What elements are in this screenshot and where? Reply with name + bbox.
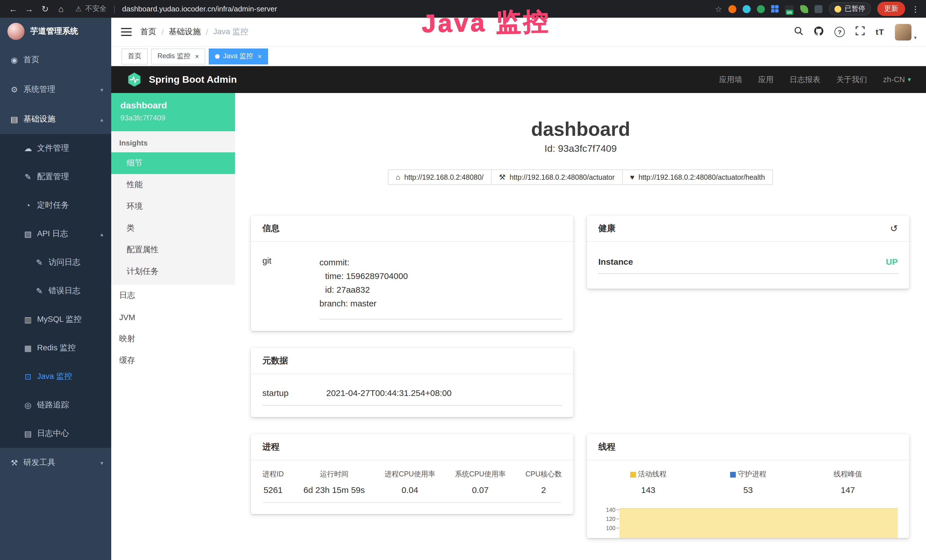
service-url-button[interactable]: ⌂ http://192.168.0.2:48080/ [388, 170, 492, 185]
tab-home[interactable]: 首页 [121, 48, 148, 64]
menu-item-config-props[interactable]: 配置属性 [111, 239, 235, 261]
menu-item-details[interactable]: 细节 [111, 152, 235, 174]
info-card: 信息 git commit: time: 1596289704000 id: 2… [251, 216, 573, 331]
breadcrumb-home[interactable]: 首页 [140, 27, 156, 37]
menu-item-scheduled-tasks[interactable]: 计划任务 [111, 261, 235, 282]
sba-nav: 应用墙 应用 日志报表 关于我们 zh-CN ▾ [719, 74, 911, 85]
app-logo[interactable]: 芋道管理系统 [0, 18, 111, 45]
sidebar-item-access-logs[interactable]: ✎ 访问日志 [0, 248, 111, 277]
tab-java-monitor[interactable]: Java 监控 × [209, 48, 268, 64]
menu-item-caches[interactable]: 缓存 [111, 350, 235, 371]
database-icon: ▦ [22, 344, 34, 353]
sidebar-item-mysql-monitor[interactable]: ▥ MySQL 监控 [0, 305, 111, 334]
close-icon[interactable]: × [257, 52, 262, 60]
browser-actions: ☆ on 已暂停 更新 ⋮ [715, 2, 920, 16]
pencil-icon: ✎ [22, 172, 34, 182]
menu-item-jvm[interactable]: JVM [111, 306, 235, 328]
font-size-icon[interactable]: tT [876, 27, 884, 36]
locale-selector[interactable]: zh-CN ▾ [883, 75, 911, 84]
avatar [895, 24, 912, 40]
extension-icon-grid[interactable] [771, 5, 779, 12]
sidebar-item-config-management[interactable]: ✎ 配置管理 [0, 163, 111, 191]
sidebar-item-link-tracing[interactable]: ◎ 链路追踪 [0, 391, 111, 419]
forward-icon[interactable]: → [23, 4, 35, 14]
security-indicator[interactable]: ⚠ 不安全 [75, 4, 106, 14]
sidebar-item-redis-monitor[interactable]: ▦ Redis 监控 [0, 334, 111, 362]
git-key: git [262, 256, 319, 319]
sba-nav-journal[interactable]: 日志报表 [790, 74, 820, 85]
sidebar-item-error-logs[interactable]: ✎ 错误日志 [0, 277, 111, 305]
home-icon[interactable]: ⌂ [55, 4, 67, 14]
extension-icon-green-circle[interactable] [757, 5, 765, 13]
extension-icon-drop[interactable] [743, 5, 750, 13]
address-bar[interactable]: dashboard.yudao.iocoder.cn/infra/admin-s… [122, 5, 277, 13]
health-url-button[interactable]: ♥ http://192.168.0.2:48080/actuator/heal… [622, 170, 773, 185]
health-instance-row: Instance UP [598, 257, 898, 274]
process-metric-pid: 进程ID 5261 [262, 469, 284, 495]
sba-nav-applications[interactable]: 应用 [758, 74, 773, 85]
smiley-icon [834, 5, 841, 12]
hamburger-icon[interactable] [121, 28, 132, 36]
extension-icon-orange[interactable] [728, 5, 736, 13]
sidebar-item-system-management[interactable]: ⚙ 系统管理 ▾ [0, 75, 111, 104]
sidebar-item-infrastructure[interactable]: ▤ 基础设施 ▴ [0, 104, 111, 134]
sba-logo-icon [127, 72, 142, 87]
breadcrumb: 首页 / 基础设施 / Java 监控 [140, 27, 248, 37]
breadcrumb-separator: / [206, 27, 208, 36]
close-icon[interactable]: × [195, 52, 199, 60]
sba-nav-wall[interactable]: 应用墙 [719, 74, 742, 85]
sba-nav-about[interactable]: 关于我们 [836, 74, 867, 85]
tab-redis-monitor[interactable]: Redis 监控 × [151, 48, 205, 64]
paused-extension-badge[interactable]: 已暂停 [829, 2, 871, 15]
startup-row: startup 2021-04-27T00:44:31.254+08:00 [262, 388, 562, 406]
help-icon[interactable]: ? [835, 27, 845, 37]
update-button[interactable]: 更新 [877, 2, 905, 16]
breadcrumb-separator: / [162, 27, 164, 36]
github-icon[interactable] [814, 26, 824, 38]
actuator-url-button[interactable]: ⚒ http://192.168.0.2:48080/actuator [491, 170, 623, 185]
spring-boot-admin: Spring Boot Admin 应用墙 应用 日志报表 关于我们 zh-CN… [111, 66, 926, 560]
breadcrumb-infrastructure[interactable]: 基础设施 [169, 27, 201, 37]
sidebar-item-dev-tools[interactable]: ⚒ 研发工具 ▾ [0, 448, 111, 478]
extension-icon-plugin[interactable] [814, 5, 823, 13]
sba-brand[interactable]: Spring Boot Admin [127, 72, 237, 87]
menu-item-performance[interactable]: 性能 [111, 174, 235, 196]
threads-legend: 活动线程 143 守护进程 53 线程峰值 [598, 469, 898, 495]
reload-icon[interactable]: ↻ [39, 4, 51, 14]
app-frame: 芋道管理系统 ◉ 首页 ⚙ 系统管理 ▾ ▤ 基础设施 ▴ ☁ 文件管理 [0, 18, 926, 560]
chevron-down-icon: ▾ [100, 86, 103, 93]
sidebar-item-api-logs[interactable]: ▧ API 日志 ▴ [0, 219, 111, 248]
extension-icon-leaf[interactable] [800, 5, 808, 13]
user-menu[interactable]: ▾ [895, 24, 917, 40]
sidebar-item-home[interactable]: ◉ 首页 [0, 45, 111, 75]
menu-item-mappings[interactable]: 映射 [111, 328, 235, 350]
instance-header[interactable]: dashboard 93a3fc7f7409 [111, 93, 235, 131]
fullscreen-icon[interactable] [856, 26, 865, 38]
bookmark-star-icon[interactable]: ☆ [715, 4, 722, 14]
browser-menu-icon[interactable]: ⋮ [911, 4, 920, 14]
menu-item-logs[interactable]: 日志 [111, 285, 235, 306]
sidebar-item-scheduled-jobs[interactable]: ◔ 定时任务 [0, 191, 111, 219]
chart-plot-area [619, 505, 898, 538]
monitor-screen-icon: ⊡ [22, 372, 34, 381]
threads-card-title: 线程 [587, 434, 909, 460]
git-branch-line: branch: master [319, 297, 562, 310]
menu-item-classes[interactable]: 类 [111, 217, 235, 239]
instance-links: ⌂ http://192.168.0.2:48080/ ⚒ http://192… [235, 170, 926, 185]
active-tab-dot [215, 54, 219, 59]
extension-icon-on-switch[interactable]: on [785, 5, 794, 13]
sidebar-item-file-management[interactable]: ☁ 文件管理 [0, 134, 111, 163]
instance-name: dashboard [120, 100, 226, 111]
history-icon[interactable]: ↺ [890, 223, 898, 234]
database-icon: ▥ [22, 315, 34, 324]
annotation-overlay: Java 监控 [421, 5, 551, 41]
search-icon[interactable] [794, 26, 803, 38]
legend-live-threads: 活动线程 143 [598, 469, 698, 495]
back-icon[interactable]: ← [7, 4, 20, 14]
sba-main: dashboard Id: 93a3fc7f7409 ⌂ http://192.… [235, 93, 926, 560]
insights-section: Insights 细节 性能 环境 类 配置属性 计划任务 [111, 131, 235, 285]
sidebar-item-java-monitor[interactable]: ⊡ Java 监控 [0, 362, 111, 391]
warning-icon: ⚠ [75, 5, 82, 13]
menu-item-environment[interactable]: 环境 [111, 196, 235, 217]
sidebar-item-log-center[interactable]: ▤ 日志中心 [0, 419, 111, 448]
